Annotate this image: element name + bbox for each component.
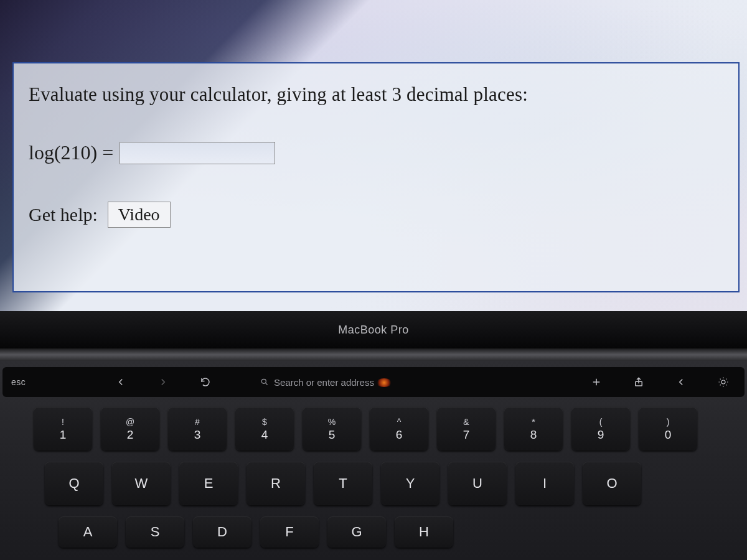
key-7[interactable]: &7 bbox=[437, 407, 496, 450]
key-q[interactable]: Q bbox=[45, 462, 103, 505]
screen-bezel: MacBook Pro bbox=[0, 311, 747, 348]
equation-text: log(210) = bbox=[29, 141, 113, 164]
key-8[interactable]: *8 bbox=[504, 407, 563, 450]
key-3[interactable]: #3 bbox=[168, 407, 227, 450]
question-box: Evaluate using your calculator, giving a… bbox=[12, 62, 740, 292]
number-row: !1 @2 #3 $4 %5 ^6 &7 *8 (9 )0 bbox=[0, 407, 747, 450]
touchbar-glow bbox=[376, 378, 392, 387]
touch-bar[interactable]: esc Search or enter address bbox=[2, 367, 745, 397]
qwerty-row: Q W E R T Y U I O bbox=[0, 462, 747, 505]
key-h[interactable]: H bbox=[395, 516, 453, 548]
key-0[interactable]: )0 bbox=[639, 407, 697, 450]
key-r[interactable]: R bbox=[247, 462, 305, 505]
svg-point-0 bbox=[261, 379, 266, 383]
key-t[interactable]: T bbox=[314, 462, 372, 505]
search-icon bbox=[260, 378, 269, 386]
brightness-icon[interactable] bbox=[711, 376, 736, 388]
laptop-screen: Evaluate using your calculator, giving a… bbox=[0, 0, 747, 311]
reload-icon[interactable] bbox=[193, 376, 218, 388]
key-y[interactable]: Y bbox=[381, 462, 439, 505]
key-s[interactable]: S bbox=[126, 516, 184, 548]
help-row: Get help: Video bbox=[29, 202, 726, 228]
video-button[interactable]: Video bbox=[108, 202, 171, 228]
key-2[interactable]: @2 bbox=[101, 407, 159, 450]
key-w[interactable]: W bbox=[112, 462, 171, 505]
forward-icon[interactable] bbox=[151, 376, 176, 388]
key-6[interactable]: ^6 bbox=[370, 407, 428, 450]
laptop-hinge bbox=[0, 348, 747, 361]
touchbar-search[interactable]: Search or enter address bbox=[260, 377, 374, 388]
back-icon[interactable] bbox=[108, 376, 133, 388]
macbook-label: MacBook Pro bbox=[338, 324, 409, 337]
key-u[interactable]: U bbox=[448, 462, 507, 505]
key-e[interactable]: E bbox=[179, 462, 238, 505]
touchbar-esc[interactable]: esc bbox=[11, 377, 55, 387]
key-5[interactable]: %5 bbox=[303, 407, 361, 450]
plus-icon[interactable] bbox=[584, 376, 609, 388]
key-f[interactable]: F bbox=[260, 516, 319, 548]
equation-row: log(210) = bbox=[29, 141, 726, 164]
key-4[interactable]: $4 bbox=[235, 407, 294, 450]
keyboard: esc Search or enter address ! bbox=[0, 361, 747, 560]
asdf-row: A S D F G H bbox=[0, 516, 747, 548]
svg-point-2 bbox=[721, 380, 725, 384]
key-g[interactable]: G bbox=[327, 516, 386, 548]
key-o[interactable]: O bbox=[583, 462, 641, 505]
key-1[interactable]: !1 bbox=[34, 407, 92, 450]
key-d[interactable]: D bbox=[193, 516, 251, 548]
key-a[interactable]: A bbox=[59, 516, 117, 548]
question-prompt: Evaluate using your calculator, giving a… bbox=[29, 82, 726, 107]
key-i[interactable]: I bbox=[515, 462, 574, 505]
chevron-left-icon[interactable] bbox=[669, 376, 693, 388]
answer-input[interactable] bbox=[120, 142, 275, 164]
key-9[interactable]: (9 bbox=[571, 407, 630, 450]
help-label: Get help: bbox=[29, 204, 98, 225]
touchbar-search-label: Search or enter address bbox=[274, 377, 374, 388]
share-icon[interactable] bbox=[626, 376, 651, 388]
